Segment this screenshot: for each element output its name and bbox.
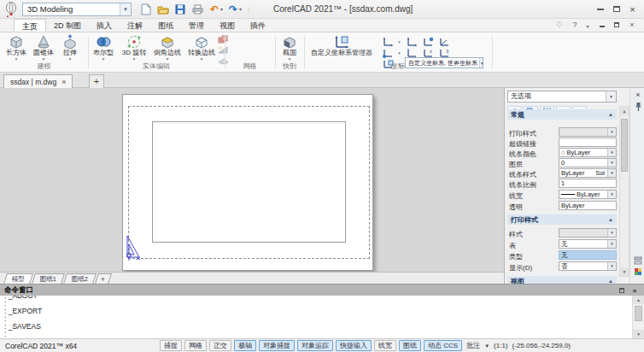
hyperlink-field[interactable] — [559, 138, 617, 147]
doc-close-icon[interactable]: × — [626, 21, 638, 29]
command-window-header[interactable]: 命令窗口 × — [0, 285, 644, 296]
layer-field[interactable]: 0▼ — [559, 158, 617, 167]
help-dropdown-arrow[interactable]: ▾ — [582, 23, 594, 29]
print-button[interactable] — [190, 2, 205, 16]
selection-filter-combo[interactable]: 无选项 ▼ — [507, 91, 617, 103]
status-etrack-button[interactable]: 对象追踪 — [297, 340, 333, 351]
annotation-scale-button[interactable]: 批注 — [465, 340, 482, 351]
section-header-print-style[interactable]: 打印样式 ▲ — [507, 214, 617, 225]
status-polar-button[interactable]: 极轴 — [234, 340, 256, 351]
new-document-button[interactable] — [138, 2, 154, 16]
palette-pin-icon[interactable] — [633, 102, 643, 112]
qat-customize-icon[interactable]: ⋮ — [246, 6, 253, 12]
chevron-down-icon[interactable]: ▼ — [120, 3, 131, 15]
doc-restore-icon[interactable] — [611, 21, 623, 29]
tab-insert[interactable]: 插入 — [89, 19, 120, 32]
drawing-canvas[interactable] — [0, 88, 504, 272]
tab-view[interactable]: 视图 — [212, 19, 243, 32]
tab-annotate[interactable]: 注解 — [120, 19, 150, 32]
type-field[interactable]: 无 — [559, 250, 617, 260]
chevron-down-icon[interactable]: ▼ — [607, 240, 616, 248]
cone-button[interactable]: 圆锥体▼ — [31, 33, 56, 62]
restore-button[interactable] — [609, 3, 624, 15]
line-color-field[interactable]: ○ByLayer▼ — [559, 148, 617, 157]
command-close-icon[interactable]: × — [629, 286, 640, 295]
tab-home[interactable]: 主页 — [14, 19, 46, 32]
boolean-button[interactable]: 布尔型▼ — [90, 33, 117, 62]
open-button[interactable] — [155, 2, 171, 16]
line-scale-field[interactable]: 1 — [559, 179, 617, 188]
status-grid-button[interactable]: 网格 — [184, 340, 207, 351]
chevron-down-icon[interactable]: ▼ — [607, 159, 616, 167]
chamfer-edges-button[interactable]: 倒角边线▼ — [151, 33, 184, 62]
convert-edges-button[interactable]: 转换边线▼ — [185, 33, 218, 62]
chevron-down-icon[interactable]: ▾ — [396, 50, 402, 56]
status-sheet-button[interactable]: 图纸 — [399, 340, 421, 351]
close-button[interactable]: × — [625, 3, 640, 15]
workspace-selector[interactable]: 3D Modeling ▼ — [22, 3, 132, 16]
ccs-y-button[interactable] — [421, 36, 436, 47]
minimize-button[interactable] — [593, 3, 607, 15]
section-header-view[interactable]: 视图 ▲ — [507, 276, 617, 284]
chevron-down-icon[interactable]: ▾ — [396, 39, 402, 44]
save-button[interactable] — [173, 2, 188, 16]
chevron-down-icon[interactable]: ▼ — [607, 262, 616, 270]
redo-dropdown-arrow[interactable]: ▾ — [239, 6, 246, 12]
status-esnap-button[interactable]: 对象捕捉 — [259, 340, 295, 351]
drawn-rectangle[interactable] — [152, 121, 346, 243]
palette-scrollbar[interactable]: ▲ ▼ — [619, 106, 629, 277]
status-lineweight-button[interactable]: 线宽 — [374, 340, 396, 351]
line-weight-field[interactable]: ByLayer▼ — [559, 190, 617, 199]
status-dynamic-ccs-button[interactable]: 动态 CCS — [424, 340, 462, 351]
ccs-x-button[interactable] — [405, 36, 419, 47]
chevron-down-icon[interactable]: ▼ — [606, 91, 616, 102]
scroll-down-icon[interactable]: ▼ — [620, 267, 629, 276]
new-document-tab-button[interactable]: + — [89, 74, 104, 88]
section-button[interactable]: 截面▼ — [278, 33, 302, 62]
layers-strip-icon[interactable] — [633, 255, 643, 266]
add-sheet-button[interactable]: + — [95, 273, 112, 284]
ccs-axis-button[interactable] — [381, 36, 395, 47]
document-tab[interactable]: ssdax | m.dwg × — [3, 74, 73, 88]
sheet-tab-sheet1[interactable]: 图纸1 — [32, 273, 65, 284]
ccs-manager-button[interactable]: 自定义坐标系管理器 — [307, 33, 376, 56]
collapse-icon[interactable]: ▲ — [608, 217, 613, 222]
status-quickinput-button[interactable]: 快捷输入 — [336, 340, 372, 351]
scrollbar-thumb[interactable] — [635, 306, 642, 321]
status-snap-button[interactable]: 捕捉 — [160, 340, 182, 351]
tab-2d-drafting[interactable]: 2D 制图 — [46, 19, 89, 32]
chevron-down-icon[interactable]: ▼ — [484, 343, 489, 349]
scrollbar-thumb[interactable] — [621, 119, 628, 172]
document-tab-close-icon[interactable]: × — [61, 78, 66, 86]
tab-sheet[interactable]: 图纸 — [150, 19, 181, 32]
palette-close-icon[interactable]: × — [633, 90, 643, 100]
table-field[interactable]: 无▼ — [559, 239, 617, 249]
command-prompt[interactable]: : — [4, 331, 628, 338]
sheet-tab-model[interactable]: 模型 — [3, 273, 33, 284]
command-restore-icon[interactable] — [617, 286, 627, 295]
command-history[interactable]: : _ABOUT : : _EXPORT : : _SAVEAS : — [0, 296, 632, 338]
tab-manage[interactable]: 管理 — [181, 19, 212, 32]
doc-minimize-icon[interactable] — [596, 21, 608, 29]
3d-rotate-button[interactable]: 3D 旋转▼ — [119, 33, 149, 62]
tab-plugins[interactable]: 插件 — [243, 19, 273, 32]
ccs-z-button[interactable] — [437, 36, 452, 47]
scroll-up-icon[interactable]: ▲ — [620, 107, 629, 115]
transparency-field[interactable]: ByLayer — [559, 201, 617, 210]
display-field[interactable]: 否▼ — [559, 261, 617, 271]
sheet-tab-sheet2[interactable]: 图纸2 — [63, 273, 97, 284]
chevron-down-icon[interactable]: ▼ — [607, 149, 616, 156]
favorite-icon[interactable]: ♡ — [553, 21, 565, 29]
section-header-general[interactable]: 常规 ▲ — [507, 109, 617, 120]
collapse-icon[interactable]: ▲ — [608, 112, 613, 117]
line-style-field[interactable]: ByLayerSol▼ — [559, 168, 617, 178]
scroll-down-icon[interactable]: ▼ — [633, 330, 644, 338]
chevron-down-icon[interactable]: ▼ — [607, 169, 616, 177]
extrude-button[interactable]: 拉伸▼ — [58, 33, 82, 62]
status-ortho-button[interactable]: 正交 — [209, 340, 231, 351]
chevron-down-icon[interactable]: ▼ — [607, 191, 616, 198]
command-scrollbar[interactable]: ▲ ▼ — [632, 296, 644, 338]
box-button[interactable]: 长方体▼ — [3, 33, 29, 62]
ccs-origin-button[interactable] — [381, 47, 395, 58]
colors-strip-icon[interactable] — [633, 267, 643, 277]
